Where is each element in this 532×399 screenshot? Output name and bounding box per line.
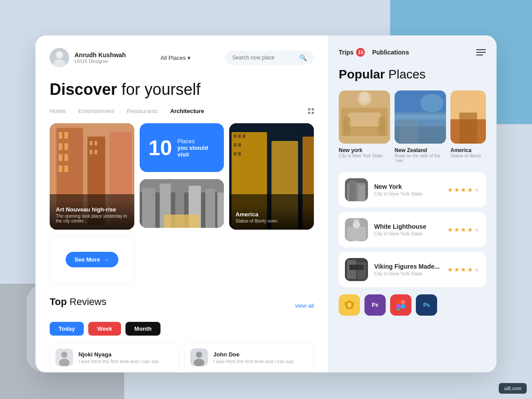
filter-today[interactable]: Today xyxy=(50,322,84,336)
user-name: Anrudh Kushwah xyxy=(74,51,126,59)
figma-icon[interactable] xyxy=(390,294,411,316)
rating-item-2[interactable]: White Lighthouse City in New York State … xyxy=(339,212,486,247)
hero-title: Discover for yourself xyxy=(50,80,314,99)
photoshop-icon[interactable]: Ps xyxy=(416,294,437,316)
card-city-mid[interactable] xyxy=(140,179,224,228)
popular-places-title: Popular Places xyxy=(339,67,486,82)
user-role: UI/UX Designer xyxy=(74,59,126,64)
card-right-name: America xyxy=(235,211,308,218)
svg-rect-15 xyxy=(90,141,92,145)
cards-grid: Art Nouveau high-rise The opening took p… xyxy=(50,123,314,284)
place-desc-1: City in New York State xyxy=(339,153,390,158)
rating-item-3[interactable]: Viking Figures Made... City in New York … xyxy=(339,252,486,287)
svg-rect-65 xyxy=(395,115,446,120)
search-bar[interactable]: 🔍 xyxy=(225,51,314,65)
svg-point-60 xyxy=(360,93,369,102)
place-name-2: New Zealand xyxy=(395,147,446,153)
card-building-left[interactable]: Art Nouveau high-rise The opening took p… xyxy=(50,123,134,230)
tab-restaurants[interactable]: Restaurants xyxy=(127,108,158,114)
card-building-right[interactable]: America Statue of liborty soen xyxy=(229,123,314,230)
place-desc-2: Road on the side of the river xyxy=(395,153,446,163)
left-panel: Anrudh Kushwah UI/UX Designer All Places… xyxy=(35,35,328,372)
svg-rect-17 xyxy=(90,150,92,154)
svg-rect-67 xyxy=(399,119,418,144)
filter-week[interactable]: Week xyxy=(88,322,121,336)
chevron-down-icon: ▾ xyxy=(188,55,191,61)
svg-rect-7 xyxy=(59,132,62,139)
rating-name-3: Viking Figures Made... xyxy=(374,263,441,270)
place-img-3 xyxy=(450,90,486,144)
svg-point-46 xyxy=(196,352,202,358)
header: Anrudh Kushwah UI/UX Designer All Places… xyxy=(50,48,314,67)
trips-badge: 15 xyxy=(356,48,365,57)
svg-rect-31 xyxy=(239,152,241,156)
avatar xyxy=(50,48,69,67)
rating-thumb-3 xyxy=(345,258,368,281)
svg-rect-16 xyxy=(94,141,97,145)
rating-thumb-2 xyxy=(345,218,368,241)
svg-rect-57 xyxy=(344,117,351,136)
place-card-2[interactable]: New Zealand Road on the side of the rive… xyxy=(395,90,446,163)
svg-rect-10 xyxy=(64,143,68,150)
svg-rect-74 xyxy=(349,180,356,201)
svg-rect-11 xyxy=(59,154,62,161)
header-center: All Places ▾ xyxy=(160,55,191,61)
view-all-link[interactable]: view all xyxy=(295,302,314,309)
svg-rect-56 xyxy=(348,112,381,126)
search-icon: 🔍 xyxy=(299,54,307,61)
tab-hotels[interactable]: Hotels xyxy=(50,108,66,114)
svg-rect-90 xyxy=(396,309,401,310)
menu-line-3 xyxy=(476,55,483,55)
filter-month[interactable]: Month xyxy=(125,322,160,336)
review-avatar-1 xyxy=(55,348,73,366)
svg-rect-14 xyxy=(64,165,68,172)
svg-rect-8 xyxy=(64,132,68,139)
review-name-1: Njoki Nyaga xyxy=(78,351,159,358)
rating-sub-1: City in New York State xyxy=(374,191,441,196)
search-input[interactable] xyxy=(232,55,296,61)
main-container: Anrudh Kushwah UI/UX Designer All Places… xyxy=(35,35,497,372)
review-item: Njoki Nyaga I was here the first time an… xyxy=(50,343,179,372)
svg-point-66 xyxy=(420,94,444,112)
rating-thumb-1 xyxy=(345,178,368,201)
place-name-3: America xyxy=(450,147,486,153)
tab-architecture[interactable]: Architecture xyxy=(170,108,204,114)
stars-1: ★ ★ ★ ★ ★ xyxy=(447,186,480,193)
rating-item-1[interactable]: New York City in New York State ★ ★ ★ ★ … xyxy=(339,172,486,207)
see-more-button[interactable]: See More → xyxy=(66,252,118,267)
svg-rect-28 xyxy=(234,143,237,147)
svg-rect-71 xyxy=(459,113,477,144)
all-places-button[interactable]: All Places ▾ xyxy=(160,55,191,61)
card-number: 10 Places you should visit xyxy=(140,123,224,172)
reviews-title: Top Reviews xyxy=(50,296,106,308)
places-row: New york City in New York State New Zea xyxy=(339,90,486,163)
svg-rect-25 xyxy=(234,134,237,138)
svg-rect-41 xyxy=(164,215,200,228)
card-see-more: See More → xyxy=(50,235,134,284)
svg-rect-87 xyxy=(401,300,405,304)
sketch-icon[interactable] xyxy=(339,294,360,316)
svg-rect-9 xyxy=(59,143,62,150)
svg-rect-27 xyxy=(243,134,246,138)
pixelmator-icon[interactable]: Px xyxy=(364,294,386,316)
tab-entertainment[interactable]: Entertainment xyxy=(78,108,114,114)
svg-rect-12 xyxy=(64,154,68,161)
svg-point-79 xyxy=(353,221,360,228)
trips-button[interactable]: Trips 15 xyxy=(339,48,365,57)
place-card-3[interactable]: America Statue of liberty xyxy=(450,90,486,163)
svg-rect-35 xyxy=(142,188,155,228)
card-left-name: Art Nouveau high-rise xyxy=(56,206,128,213)
grid-view-icon[interactable] xyxy=(308,108,314,114)
place-name-1: New york xyxy=(339,147,390,153)
publications-button[interactable]: Publications xyxy=(372,49,409,56)
rating-sub-2: City in New York State xyxy=(374,231,441,236)
tools-row: Px Ps xyxy=(339,294,486,316)
menu-icon[interactable] xyxy=(476,49,486,55)
svg-rect-83 xyxy=(349,265,364,270)
reviews-grid: Njoki Nyaga I was here the first time an… xyxy=(50,343,314,372)
right-header: Trips 15 Publications xyxy=(339,48,486,57)
place-card-1[interactable]: New york City in New York State xyxy=(339,90,390,163)
review-item: John Doe I was here the first time and i… xyxy=(184,343,314,372)
review-desc-1: I was here the first time and i can say xyxy=(78,359,159,364)
svg-rect-30 xyxy=(234,152,237,156)
